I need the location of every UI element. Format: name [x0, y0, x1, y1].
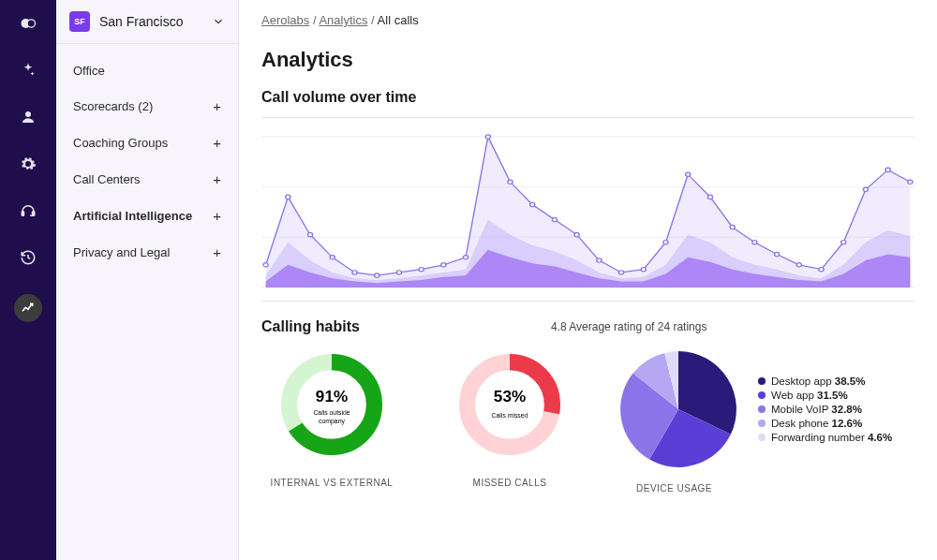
location-name: San Francisco	[99, 14, 202, 29]
svg-point-33	[775, 252, 780, 256]
legend-text: Desktop app 38.5%	[771, 376, 865, 387]
location-selector[interactable]: SF San Francisco	[56, 0, 238, 44]
svg-point-18	[441, 263, 446, 267]
sidebar-nav: Office Scorecards (2) + Coaching Groups …	[56, 44, 238, 280]
legend-dot	[758, 405, 766, 413]
headset-icon[interactable]	[18, 200, 38, 221]
donut-chart-svg: 91% Calls outsidecompany	[275, 348, 388, 461]
donut-internal-external: 91% Calls outsidecompany INTERNAL VS EXT…	[261, 348, 402, 488]
legend-row: Desktop app 38.5%	[758, 376, 892, 387]
svg-point-11	[286, 195, 290, 199]
donut-sub: Calls missed	[492, 412, 528, 419]
svg-rect-5	[33, 212, 35, 216]
svg-point-23	[552, 217, 557, 221]
plus-icon[interactable]: +	[213, 208, 221, 224]
sidebar-item-privacy-legal[interactable]: Privacy and Legal +	[56, 234, 238, 271]
sidebar-item-label: Coaching Groups	[73, 136, 168, 150]
page-title: Analytics	[261, 48, 915, 72]
analytics-icon[interactable]	[14, 294, 42, 322]
sidebar-item-coaching-groups[interactable]: Coaching Groups +	[56, 125, 238, 161]
svg-point-14	[352, 271, 357, 274]
svg-point-35	[819, 268, 824, 272]
legend-dot	[758, 420, 766, 427]
legend-row: Mobile VoIP 32.8%	[758, 404, 892, 415]
legend-row: Web app 31.5%	[758, 390, 892, 401]
svg-point-10	[263, 263, 268, 267]
svg-point-34	[796, 263, 801, 267]
call-volume-chart	[261, 117, 915, 305]
svg-point-38	[885, 168, 890, 171]
svg-point-28	[663, 241, 668, 244]
breadcrumb-current: All calls	[378, 13, 419, 27]
sidebar-item-call-centers[interactable]: Call Centers +	[56, 161, 238, 198]
logo-icon[interactable]	[18, 13, 38, 34]
breadcrumb-link[interactable]: Analytics	[319, 13, 367, 27]
sparkles-icon[interactable]	[18, 60, 38, 81]
donut-label: INTERNAL VS EXTERNAL	[261, 478, 402, 488]
donut-value: 53%	[494, 387, 526, 405]
location-badge: SF	[69, 11, 90, 32]
pie-chart-svg	[617, 348, 739, 470]
plus-icon[interactable]: +	[213, 98, 221, 114]
history-icon[interactable]	[18, 247, 38, 268]
svg-point-22	[530, 202, 535, 206]
svg-point-16	[396, 271, 401, 274]
donut-missed-calls: 53% Calls missed MISSED CALLS	[439, 348, 580, 488]
legend-text: Mobile VoIP 32.8%	[771, 404, 862, 415]
sidebar-item-office[interactable]: Office	[56, 53, 238, 88]
svg-point-29	[686, 172, 691, 176]
svg-point-36	[841, 241, 846, 244]
svg-point-39	[908, 180, 913, 184]
donut-label: MISSED CALLS	[439, 478, 580, 488]
sidebar-item-label: Privacy and Legal	[73, 245, 170, 259]
legend-row: Desk phone 12.6%	[758, 418, 892, 429]
sidebar-item-label: Call Centers	[73, 172, 141, 186]
habits-title: Calling habits	[261, 318, 360, 335]
plus-icon[interactable]: +	[213, 135, 221, 151]
legend-dot	[758, 434, 766, 441]
plus-icon[interactable]: +	[213, 244, 221, 260]
donut-chart-svg: 53% Calls missed	[454, 348, 566, 461]
legend-text: Web app 31.5%	[771, 390, 848, 401]
sidebar-item-label: Office	[73, 64, 105, 78]
legend-text: Desk phone 12.6%	[771, 418, 862, 429]
plus-icon[interactable]: +	[213, 171, 221, 187]
habits-charts: 91% Calls outsidecompany INTERNAL VS EXT…	[261, 348, 915, 494]
volume-title: Call volume over time	[261, 89, 915, 106]
svg-point-15	[375, 273, 379, 277]
pie-legend: Desktop app 38.5%Web app 31.5%Mobile VoI…	[758, 373, 892, 446]
svg-point-21	[508, 180, 513, 184]
svg-rect-4	[22, 212, 23, 216]
sidebar: SF San Francisco Office Scorecards (2) +…	[56, 0, 239, 560]
svg-point-13	[330, 256, 335, 259]
main-content: Aerolabs / Analytics / All calls Analyti…	[239, 0, 937, 560]
icon-rail	[0, 0, 56, 560]
svg-point-3	[25, 111, 31, 117]
svg-point-30	[707, 195, 712, 199]
breadcrumb-link[interactable]: Aerolabs	[261, 13, 309, 27]
breadcrumb: Aerolabs / Analytics / All calls	[261, 13, 915, 27]
gear-icon[interactable]	[18, 154, 38, 174]
svg-point-12	[308, 232, 313, 236]
sidebar-item-scorecards[interactable]: Scorecards (2) +	[56, 88, 238, 125]
legend-row: Forwarding number 4.6%	[758, 432, 892, 443]
pie-label: DEVICE USAGE	[636, 483, 892, 494]
donut-value: 91%	[316, 387, 348, 405]
legend-text: Forwarding number 4.6%	[771, 432, 892, 443]
legend-dot	[758, 377, 766, 385]
svg-point-26	[619, 271, 624, 274]
svg-point-27	[641, 268, 646, 272]
chevron-down-icon	[212, 15, 225, 28]
sidebar-item-label: Scorecards (2)	[73, 99, 153, 113]
svg-point-24	[574, 232, 579, 236]
person-icon[interactable]	[18, 107, 38, 127]
svg-point-25	[597, 258, 602, 262]
sidebar-item-artificial-intelligence[interactable]: Artificial Intelligence +	[56, 198, 238, 234]
svg-point-20	[485, 135, 490, 139]
svg-point-31	[730, 225, 735, 228]
legend-dot	[758, 391, 766, 399]
svg-point-32	[752, 241, 757, 244]
line-chart-svg	[261, 133, 915, 302]
svg-point-37	[863, 187, 868, 191]
rating-text: 4.8 Average rating of 24 ratings	[551, 320, 707, 333]
